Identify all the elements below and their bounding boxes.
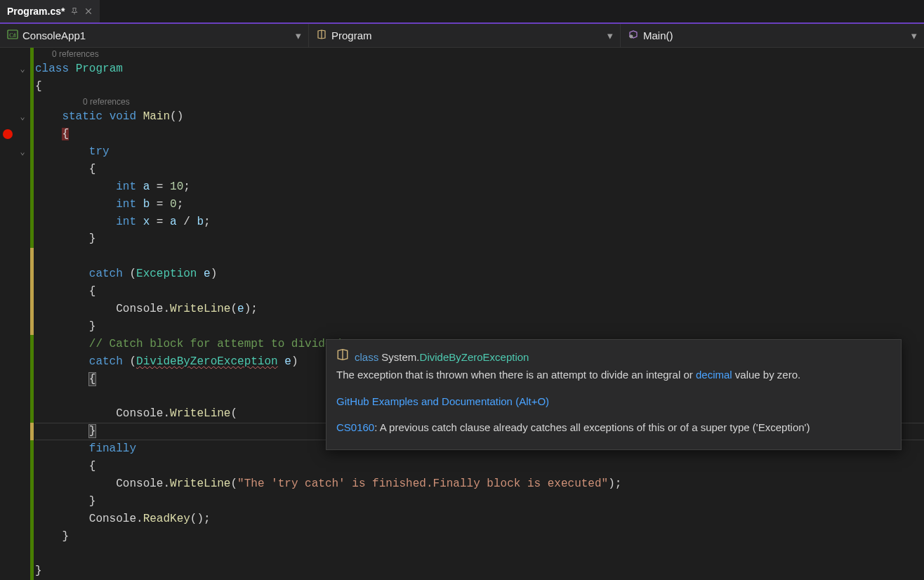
token-method: WriteLine [170,477,230,490]
token: (); [190,513,211,525]
token-brace: { [89,460,96,473]
tooltip-desc: The exception that is thrown when there … [336,369,696,381]
github-examples-link[interactable]: GitHub Examples and Documentation (Alt+O… [336,395,549,407]
code-row: ⌄ class Program [0,60,924,78]
close-icon[interactable] [84,7,93,15]
code-row: Console.WriteLine(e); [0,301,924,318]
token-type: Exception [136,268,197,280]
token-var: b [143,198,150,211]
token: ( [230,407,237,420]
token: / [177,216,197,228]
code-row: catch (Exception e) [0,265,924,283]
tooltip-desc-post: value by zero. [732,369,801,381]
svg-text:C#: C# [9,32,15,39]
token: ( [230,303,237,315]
tooltip-type: DivideByZeroException [420,351,529,363]
token: ); [244,303,258,315]
token-keyword: finally [89,442,136,455]
code-row: { [0,458,924,475]
token: Console [116,477,163,490]
code-row: Console.WriteLine("The 'try catch' is fi… [0,475,924,492]
class-icon [316,29,327,42]
code-row: } [0,562,924,580]
token: = [150,180,170,193]
token-keyword: int [116,180,136,193]
breakpoint-icon[interactable] [3,129,13,139]
code-editor[interactable]: 0 references ⌄ class Program { 0 referen… [0,48,924,580]
token-var: b [197,216,204,228]
nav-project-label: ConsoleApp1 [22,29,86,41]
nav-project-dropdown[interactable]: C# ConsoleApp1 ▾ [0,24,309,47]
method-icon [628,29,639,42]
code-row: 0 references [0,48,924,60]
token-type: Program [76,62,123,75]
token-var: e [237,303,244,315]
token: ( [123,355,136,368]
code-row [0,248,924,265]
token-brace: { [89,163,96,176]
fold-icon[interactable]: ⌄ [20,147,25,157]
code-row: ⌄ try [0,143,924,161]
token: ( [230,477,237,490]
token-keyword: catch [89,268,123,280]
code-row: } [0,317,924,335]
token: . [163,407,170,420]
codelens[interactable]: 0 references [35,95,130,108]
code-row: Console.ReadKey(); [0,510,924,527]
nav-class-dropdown[interactable]: Program ▾ [309,24,621,47]
token-var: e [197,268,210,280]
token-brace: } [89,495,96,508]
tab-bar: Program.cs* [0,0,924,24]
code-row: { [0,78,924,95]
token: Console [116,303,163,315]
code-row: } [0,492,924,510]
token: () [170,110,183,123]
token: Console [116,407,163,420]
token-brace: } [89,232,96,245]
token: ; [183,180,190,193]
code-row: { [0,126,924,143]
code-row: { [0,160,924,178]
token-keyword: int [116,198,136,211]
token-method: WriteLine [170,303,230,315]
file-tab[interactable]: Program.cs* [0,0,100,22]
token-brace: } [35,565,42,577]
chevron-down-icon: ▾ [607,29,613,42]
token-brace: { [35,80,42,93]
code-row: int a = 10; [0,178,924,195]
token-type-error: DivideByZeroException [136,355,278,368]
token-brace: } [89,425,96,437]
token: ; [177,198,184,211]
code-row: } [0,527,924,545]
diagnostic-message: : A previous catch clause already catche… [374,421,810,433]
codelens[interactable]: 0 references [35,48,99,60]
code-row: { [0,283,924,301]
token-brace: { [62,128,69,140]
csharp-icon: C# [7,29,18,42]
token-var: a [143,180,150,193]
token-method: WriteLine [170,407,230,420]
token-keyword: void [110,110,136,123]
code-row: } [0,230,924,248]
token-keyword: int [116,216,136,228]
token-keyword: static [62,110,103,123]
token-keyword: class [35,62,69,75]
code-row [0,545,924,562]
tooltip-desc-link[interactable]: decimal [696,369,732,381]
intellisense-tooltip: class System.DivideByZeroException The e… [326,339,902,450]
token-var: x [143,216,150,228]
nav-member-label: Main() [643,29,673,41]
nav-member-dropdown[interactable]: Main() ▾ [621,24,924,47]
class-icon [336,348,349,365]
file-tab-label: Program.cs* [7,6,65,17]
fold-icon[interactable]: ⌄ [20,64,25,74]
pin-icon[interactable] [70,7,79,15]
token-number: 10 [170,180,183,193]
token: ( [123,268,136,280]
token: = [150,198,170,211]
token-brace: { [89,285,96,298]
diagnostic-code-link[interactable]: CS0160 [336,421,374,433]
fold-icon[interactable]: ⌄ [20,112,25,122]
code-row: int b = 0; [0,195,924,213]
token-string: "The 'try catch' is finished.Finally blo… [237,477,608,490]
